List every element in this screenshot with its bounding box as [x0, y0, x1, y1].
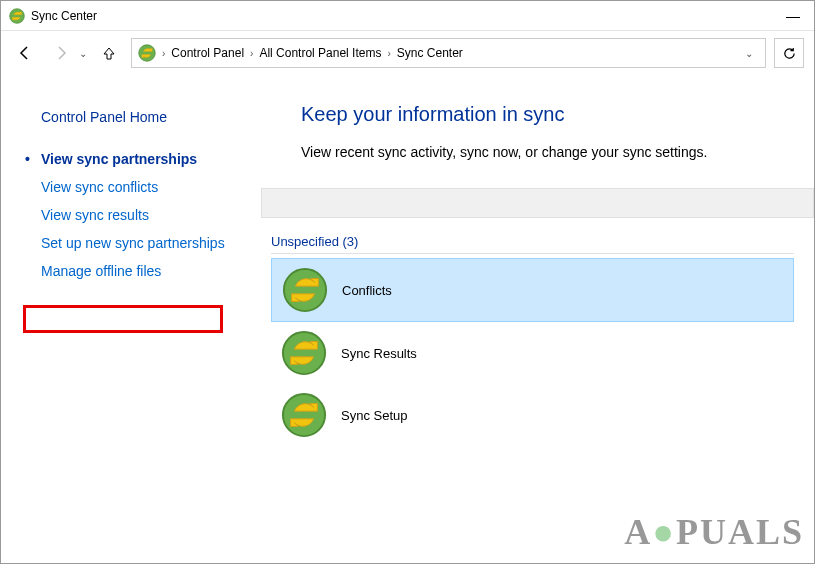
chevron-right-icon: ›	[387, 48, 390, 59]
items-list: Conflicts Sync Results Sync Setup	[271, 258, 794, 446]
sidebar-home-link[interactable]: Control Panel Home	[1, 103, 261, 131]
window-title: Sync Center	[31, 9, 97, 23]
breadcrumb-label: All Control Panel Items	[259, 46, 381, 60]
titlebar: Sync Center —	[1, 1, 814, 31]
filter-band	[261, 188, 814, 218]
main-content: Control Panel Home View sync partnership…	[1, 75, 814, 563]
item-label: Sync Setup	[341, 408, 408, 423]
sidebar-item-view-partnerships[interactable]: View sync partnerships	[1, 145, 261, 173]
list-item-sync-results[interactable]: Sync Results	[271, 322, 794, 384]
refresh-button[interactable]	[774, 38, 804, 68]
breadcrumb-control-panel[interactable]: Control Panel ›	[171, 46, 253, 60]
breadcrumb-label: Control Panel	[171, 46, 244, 60]
sidebar-item-view-results[interactable]: View sync results	[1, 201, 261, 229]
sync-icon	[281, 392, 327, 438]
item-label: Conflicts	[342, 283, 392, 298]
item-label: Sync Results	[341, 346, 417, 361]
recent-locations-dropdown[interactable]: ⌄	[79, 48, 87, 59]
sync-icon	[281, 330, 327, 376]
address-bar[interactable]: › Control Panel › All Control Panel Item…	[131, 38, 766, 68]
breadcrumb-all-items[interactable]: All Control Panel Items ›	[259, 46, 390, 60]
forward-button[interactable]	[47, 39, 75, 67]
page-subtitle: View recent sync activity, sync now, or …	[301, 144, 794, 160]
minimize-button[interactable]: —	[780, 8, 806, 24]
sidebar-item-view-conflicts[interactable]: View sync conflicts	[1, 173, 261, 201]
breadcrumb-sync-center[interactable]: Sync Center	[397, 46, 463, 60]
page-title: Keep your information in sync	[301, 103, 794, 126]
sync-center-icon	[138, 44, 156, 62]
sync-icon	[282, 267, 328, 313]
content-pane: Keep your information in sync View recen…	[261, 75, 814, 563]
group-header-unspecified[interactable]: Unspecified (3)	[271, 230, 794, 254]
chevron-right-icon[interactable]: ›	[162, 48, 165, 59]
sync-center-icon	[9, 8, 25, 24]
list-item-conflicts[interactable]: Conflicts	[271, 258, 794, 322]
up-button[interactable]	[95, 39, 123, 67]
back-button[interactable]	[11, 39, 39, 67]
sidebar-item-manage-offline-files[interactable]: Manage offline files	[1, 257, 261, 285]
sidebar: Control Panel Home View sync partnership…	[1, 75, 261, 563]
navigation-toolbar: ⌄ › Control Panel › All Control Panel It…	[1, 31, 814, 75]
address-history-dropdown[interactable]: ⌄	[739, 48, 759, 59]
sidebar-item-setup-partnerships[interactable]: Set up new sync partnerships	[1, 229, 261, 257]
list-item-sync-setup[interactable]: Sync Setup	[271, 384, 794, 446]
breadcrumb-label: Sync Center	[397, 46, 463, 60]
chevron-right-icon: ›	[250, 48, 253, 59]
